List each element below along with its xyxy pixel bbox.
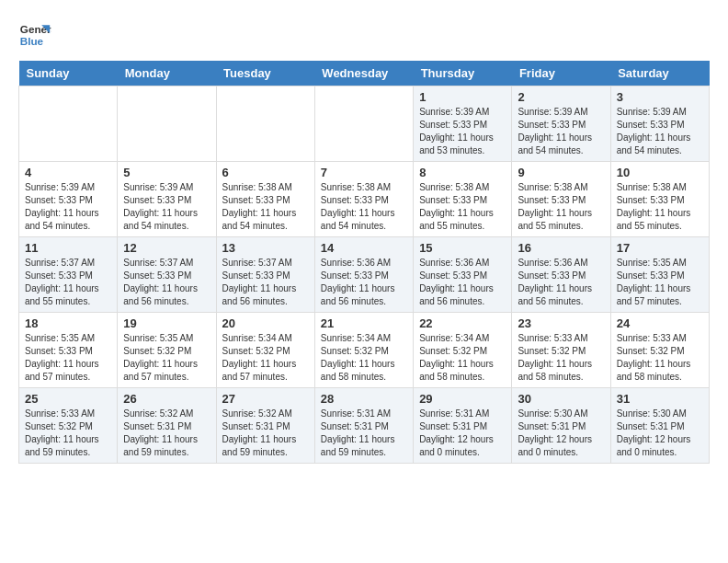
day-info: Sunrise: 5:36 AMSunset: 5:33 PMDaylight:…	[419, 257, 506, 308]
week-row-4: 18Sunrise: 5:35 AMSunset: 5:33 PMDayligh…	[19, 313, 710, 388]
calendar-cell: 9Sunrise: 5:38 AMSunset: 5:33 PMDaylight…	[512, 162, 610, 237]
calendar-cell: 22Sunrise: 5:34 AMSunset: 5:32 PMDayligh…	[414, 313, 512, 388]
day-info: Sunrise: 5:39 AMSunset: 5:33 PMDaylight:…	[25, 181, 111, 233]
weekday-header-row: SundayMondayTuesdayWednesdayThursdayFrid…	[19, 61, 710, 86]
week-row-1: 1Sunrise: 5:39 AMSunset: 5:33 PMDaylight…	[19, 86, 710, 162]
day-info: Sunrise: 5:38 AMSunset: 5:33 PMDaylight:…	[321, 181, 407, 233]
day-info: Sunrise: 5:35 AMSunset: 5:33 PMDaylight:…	[617, 257, 703, 308]
weekday-header-thursday: Thursday	[414, 61, 512, 86]
day-info: Sunrise: 5:34 AMSunset: 5:32 PMDaylight:…	[222, 332, 309, 384]
day-number: 7	[321, 166, 407, 179]
day-number: 9	[518, 166, 604, 179]
day-number: 12	[123, 241, 210, 255]
day-number: 31	[617, 392, 703, 406]
day-info: Sunrise: 5:30 AMSunset: 5:31 PMDaylight:…	[617, 408, 703, 459]
calendar-cell: 1Sunrise: 5:39 AMSunset: 5:33 PMDaylight…	[414, 86, 512, 162]
day-number: 1	[419, 90, 506, 104]
week-row-2: 4Sunrise: 5:39 AMSunset: 5:33 PMDaylight…	[19, 162, 710, 237]
weekday-header-saturday: Saturday	[610, 61, 709, 86]
day-number: 16	[518, 241, 604, 255]
day-info: Sunrise: 5:36 AMSunset: 5:33 PMDaylight:…	[321, 257, 407, 308]
weekday-header-wednesday: Wednesday	[314, 61, 413, 86]
calendar-cell: 3Sunrise: 5:39 AMSunset: 5:33 PMDaylight…	[610, 86, 709, 162]
day-number: 18	[25, 316, 111, 330]
day-number: 19	[123, 316, 210, 330]
day-number: 22	[419, 316, 506, 330]
day-info: Sunrise: 5:34 AMSunset: 5:32 PMDaylight:…	[321, 332, 407, 384]
day-number: 21	[321, 316, 407, 330]
day-number: 25	[25, 392, 111, 406]
day-number: 17	[617, 241, 703, 255]
day-info: Sunrise: 5:32 AMSunset: 5:31 PMDaylight:…	[123, 408, 210, 459]
day-number: 13	[222, 241, 309, 255]
calendar-cell: 20Sunrise: 5:34 AMSunset: 5:32 PMDayligh…	[216, 313, 314, 388]
calendar-cell: 24Sunrise: 5:33 AMSunset: 5:32 PMDayligh…	[610, 313, 709, 388]
calendar-cell: 8Sunrise: 5:38 AMSunset: 5:33 PMDaylight…	[414, 162, 512, 237]
calendar-cell: 19Sunrise: 5:35 AMSunset: 5:32 PMDayligh…	[118, 313, 216, 388]
calendar-cell: 26Sunrise: 5:32 AMSunset: 5:31 PMDayligh…	[118, 388, 216, 464]
day-info: Sunrise: 5:30 AMSunset: 5:31 PMDaylight:…	[518, 408, 604, 459]
day-info: Sunrise: 5:38 AMSunset: 5:33 PMDaylight:…	[518, 181, 604, 233]
logo-icon: General Blue	[18, 18, 51, 52]
day-info: Sunrise: 5:38 AMSunset: 5:33 PMDaylight:…	[222, 181, 309, 233]
day-number: 5	[123, 166, 210, 179]
day-info: Sunrise: 5:37 AMSunset: 5:33 PMDaylight:…	[222, 257, 309, 308]
calendar-cell: 7Sunrise: 5:38 AMSunset: 5:33 PMDaylight…	[314, 162, 413, 237]
day-info: Sunrise: 5:33 AMSunset: 5:32 PMDaylight:…	[617, 332, 703, 384]
calendar-cell	[118, 86, 216, 162]
day-number: 23	[518, 316, 604, 330]
calendar-cell: 30Sunrise: 5:30 AMSunset: 5:31 PMDayligh…	[512, 388, 610, 464]
day-info: Sunrise: 5:35 AMSunset: 5:32 PMDaylight:…	[123, 332, 210, 384]
calendar-cell: 29Sunrise: 5:31 AMSunset: 5:31 PMDayligh…	[414, 388, 512, 464]
calendar-cell: 15Sunrise: 5:36 AMSunset: 5:33 PMDayligh…	[414, 237, 512, 313]
day-info: Sunrise: 5:36 AMSunset: 5:33 PMDaylight:…	[518, 257, 604, 308]
calendar-table: SundayMondayTuesdayWednesdayThursdayFrid…	[18, 61, 710, 464]
day-number: 28	[321, 392, 407, 406]
calendar-cell: 28Sunrise: 5:31 AMSunset: 5:31 PMDayligh…	[314, 388, 413, 464]
calendar-cell: 21Sunrise: 5:34 AMSunset: 5:32 PMDayligh…	[314, 313, 413, 388]
day-info: Sunrise: 5:37 AMSunset: 5:33 PMDaylight:…	[25, 257, 111, 308]
calendar-cell: 11Sunrise: 5:37 AMSunset: 5:33 PMDayligh…	[19, 237, 118, 313]
day-info: Sunrise: 5:34 AMSunset: 5:32 PMDaylight:…	[419, 332, 506, 384]
calendar-cell	[19, 86, 118, 162]
day-number: 26	[123, 392, 210, 406]
day-info: Sunrise: 5:39 AMSunset: 5:33 PMDaylight:…	[617, 106, 703, 157]
calendar-cell	[216, 86, 314, 162]
week-row-3: 11Sunrise: 5:37 AMSunset: 5:33 PMDayligh…	[19, 237, 710, 313]
calendar-cell: 5Sunrise: 5:39 AMSunset: 5:33 PMDaylight…	[118, 162, 216, 237]
day-number: 10	[617, 166, 703, 179]
calendar-cell: 23Sunrise: 5:33 AMSunset: 5:32 PMDayligh…	[512, 313, 610, 388]
calendar-cell: 2Sunrise: 5:39 AMSunset: 5:33 PMDaylight…	[512, 86, 610, 162]
day-number: 30	[518, 392, 604, 406]
weekday-header-tuesday: Tuesday	[216, 61, 314, 86]
calendar-cell: 16Sunrise: 5:36 AMSunset: 5:33 PMDayligh…	[512, 237, 610, 313]
page-header: General Blue	[18, 18, 710, 52]
weekday-header-friday: Friday	[512, 61, 610, 86]
day-info: Sunrise: 5:38 AMSunset: 5:33 PMDaylight:…	[617, 181, 703, 233]
day-number: 14	[321, 241, 407, 255]
day-number: 2	[518, 90, 604, 104]
logo: General Blue	[18, 18, 51, 52]
day-number: 8	[419, 166, 506, 179]
day-number: 15	[419, 241, 506, 255]
day-number: 4	[25, 166, 111, 179]
day-info: Sunrise: 5:38 AMSunset: 5:33 PMDaylight:…	[419, 181, 506, 233]
day-info: Sunrise: 5:31 AMSunset: 5:31 PMDaylight:…	[321, 408, 407, 459]
calendar-cell: 4Sunrise: 5:39 AMSunset: 5:33 PMDaylight…	[19, 162, 118, 237]
day-number: 24	[617, 316, 703, 330]
day-number: 27	[222, 392, 309, 406]
calendar-cell: 31Sunrise: 5:30 AMSunset: 5:31 PMDayligh…	[610, 388, 709, 464]
day-info: Sunrise: 5:35 AMSunset: 5:33 PMDaylight:…	[25, 332, 111, 384]
day-info: Sunrise: 5:33 AMSunset: 5:32 PMDaylight:…	[25, 408, 111, 459]
day-info: Sunrise: 5:39 AMSunset: 5:33 PMDaylight:…	[518, 106, 604, 157]
day-info: Sunrise: 5:39 AMSunset: 5:33 PMDaylight:…	[123, 181, 210, 233]
calendar-cell: 18Sunrise: 5:35 AMSunset: 5:33 PMDayligh…	[19, 313, 118, 388]
day-info: Sunrise: 5:32 AMSunset: 5:31 PMDaylight:…	[222, 408, 309, 459]
day-number: 29	[419, 392, 506, 406]
day-number: 3	[617, 90, 703, 104]
day-number: 11	[25, 241, 111, 255]
weekday-header-monday: Monday	[118, 61, 216, 86]
calendar-cell: 25Sunrise: 5:33 AMSunset: 5:32 PMDayligh…	[19, 388, 118, 464]
day-number: 20	[222, 316, 309, 330]
svg-text:Blue: Blue	[20, 35, 44, 47]
